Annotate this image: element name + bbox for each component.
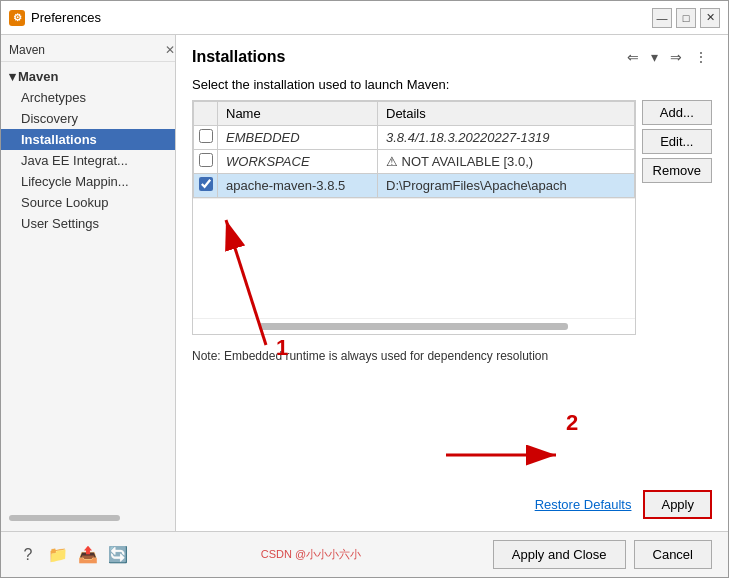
row-name-apache: apache-maven-3.8.5	[218, 174, 378, 198]
apply-and-close-button[interactable]: Apply and Close	[493, 540, 626, 569]
panel-subtitle: Select the installation used to launch M…	[192, 77, 712, 92]
sidebar-search-header: ✕	[1, 39, 175, 62]
title-bar: ⚙ Preferences — □ ✕	[1, 1, 728, 35]
checkbox-workspace[interactable]	[199, 153, 213, 167]
sidebar-item-label: Lifecycle Mappin...	[21, 174, 129, 189]
bottom-icons: ? 📁 📤 🔄	[17, 544, 129, 566]
row-checkbox-embedded[interactable]	[194, 126, 218, 150]
preferences-window: ⚙ Preferences — □ ✕ ✕ ▾ Maven Archetypes…	[0, 0, 729, 578]
sidebar-scrollbar[interactable]	[9, 515, 120, 521]
restore-defaults-link[interactable]: Restore Defaults	[535, 497, 632, 512]
sidebar-item-lifecycle[interactable]: Lifecycle Mappin...	[1, 171, 175, 192]
apply-button[interactable]: Apply	[643, 490, 712, 519]
toolbar-dropdown-icon[interactable]: ▾	[647, 47, 662, 67]
toolbar-menu-icon[interactable]: ⋮	[690, 47, 712, 67]
installations-table: Name Details EMBEDDED 3.8.4/1.18.3.20220…	[193, 101, 635, 198]
checkbox-embedded[interactable]	[199, 129, 213, 143]
sidebar-item-archetypes[interactable]: Archetypes	[1, 87, 175, 108]
folder-icon[interactable]: 📁	[47, 544, 69, 566]
sidebar-item-label: Discovery	[21, 111, 78, 126]
app-icon: ⚙	[9, 10, 25, 26]
maximize-button[interactable]: □	[676, 8, 696, 28]
minimize-button[interactable]: —	[652, 8, 672, 28]
sidebar-item-label: User Settings	[21, 216, 99, 231]
chevron-down-icon: ▾	[9, 69, 16, 84]
panel-title-row: Installations ⇐ ▾ ⇒ ⋮	[192, 47, 712, 67]
row-name-workspace: WORKSPACE	[218, 150, 378, 174]
restore-line: Restore Defaults Apply	[192, 484, 712, 519]
table-wrapper: Name Details EMBEDDED 3.8.4/1.18.3.20220…	[192, 100, 636, 335]
export-icon[interactable]: 📤	[77, 544, 99, 566]
checkbox-apache[interactable]	[199, 177, 213, 191]
toolbar-back-icon[interactable]: ⇐	[623, 47, 643, 67]
row-details-apache: D:\ProgramFiles\Apache\apach	[378, 174, 635, 198]
remove-button[interactable]: Remove	[642, 158, 712, 183]
sidebar-item-installations[interactable]: Installations	[1, 129, 175, 150]
footer-bar: ? 📁 📤 🔄 CSDN @小小小六小 Apply and Close Canc…	[1, 531, 728, 577]
note-text: Note: Embedded runtime is always used fo…	[192, 349, 712, 363]
sidebar-item-label: Source Lookup	[21, 195, 108, 210]
add-button[interactable]: Add...	[642, 100, 712, 125]
main-panel: Installations ⇐ ▾ ⇒ ⋮ Select the install…	[176, 35, 728, 531]
col-header-checkbox	[194, 102, 218, 126]
row-checkbox-apache[interactable]	[194, 174, 218, 198]
table-row[interactable]: WORKSPACE ⚠ NOT AVAILABLE [3.0,)	[194, 150, 635, 174]
sidebar-item-maven[interactable]: ▾ Maven	[1, 66, 175, 87]
sidebar-item-discovery[interactable]: Discovery	[1, 108, 175, 129]
table-row[interactable]: EMBEDDED 3.8.4/1.18.3.20220227-1319	[194, 126, 635, 150]
sidebar-item-label: Java EE Integrat...	[21, 153, 128, 168]
table-scroll-bar-row	[193, 318, 635, 334]
horizontal-scrollbar[interactable]	[259, 323, 568, 330]
window-controls: — □ ✕	[652, 8, 720, 28]
sidebar: ✕ ▾ Maven Archetypes Discovery Installat…	[1, 35, 176, 531]
table-empty-area	[193, 198, 635, 318]
edit-button[interactable]: Edit...	[642, 129, 712, 154]
row-details-embedded: 3.8.4/1.18.3.20220227-1319	[378, 126, 635, 150]
cancel-button[interactable]: Cancel	[634, 540, 712, 569]
panel-title: Installations	[192, 48, 285, 66]
sidebar-item-label: Maven	[18, 69, 58, 84]
col-header-details: Details	[378, 102, 635, 126]
sidebar-item-user-settings[interactable]: User Settings	[1, 213, 175, 234]
side-buttons: Add... Edit... Remove	[642, 100, 712, 183]
col-header-name: Name	[218, 102, 378, 126]
row-checkbox-workspace[interactable]	[194, 150, 218, 174]
refresh-icon[interactable]: 🔄	[107, 544, 129, 566]
sidebar-item-java-ee[interactable]: Java EE Integrat...	[1, 150, 175, 171]
content-area: ✕ ▾ Maven Archetypes Discovery Installat…	[1, 35, 728, 531]
sidebar-item-label: Installations	[21, 132, 97, 147]
watermark: CSDN @小小小六小	[261, 547, 361, 562]
table-header-row: Name Details	[194, 102, 635, 126]
title-bar-left: ⚙ Preferences	[9, 10, 101, 26]
toolbar-forward-icon[interactable]: ⇒	[666, 47, 686, 67]
sidebar-item-source-lookup[interactable]: Source Lookup	[1, 192, 175, 213]
sidebar-item-label: Archetypes	[21, 90, 86, 105]
panel-toolbar: ⇐ ▾ ⇒ ⋮	[623, 47, 712, 67]
help-icon[interactable]: ?	[17, 544, 39, 566]
close-button[interactable]: ✕	[700, 8, 720, 28]
row-name-embedded: EMBEDDED	[218, 126, 378, 150]
table-section: Name Details EMBEDDED 3.8.4/1.18.3.20220…	[192, 100, 712, 335]
window-title: Preferences	[31, 10, 101, 25]
svg-text:2: 2	[566, 410, 578, 435]
table-row[interactable]: apache-maven-3.8.5 D:\ProgramFiles\Apach…	[194, 174, 635, 198]
sidebar-search-input[interactable]	[9, 43, 159, 57]
bottom-right-buttons: Apply and Close Cancel	[493, 540, 712, 569]
row-details-workspace: ⚠ NOT AVAILABLE [3.0,)	[378, 150, 635, 174]
sidebar-clear-button[interactable]: ✕	[163, 43, 177, 57]
